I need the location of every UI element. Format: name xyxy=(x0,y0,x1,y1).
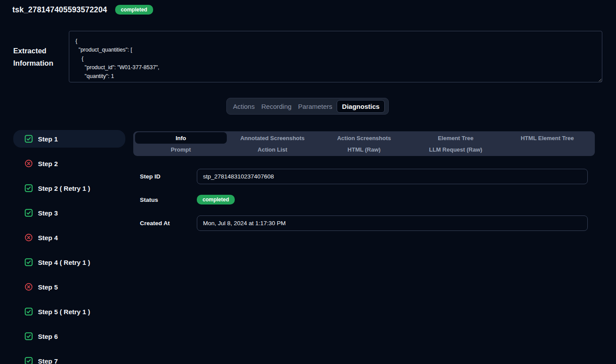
tab-parameters[interactable]: Parameters xyxy=(296,100,335,113)
step-label: Step 4 xyxy=(38,234,58,241)
sub-tab-element-tree[interactable]: Element Tree xyxy=(410,132,502,144)
step-label: Step 3 xyxy=(38,209,58,217)
error-circle-icon xyxy=(25,234,33,241)
extracted-information-textarea[interactable]: { "product_quantities": [ { "product_id"… xyxy=(69,31,602,82)
created-at-label: Created At xyxy=(140,220,170,227)
error-circle-icon xyxy=(25,160,33,167)
step-item-step-5[interactable]: Step 5 xyxy=(13,278,125,296)
step-item-step-2-retry-1[interactable]: Step 2 ( Retry 1 ) xyxy=(13,179,125,197)
step-item-step-6[interactable]: Step 6 xyxy=(13,327,125,345)
step-label: Step 4 ( Retry 1 ) xyxy=(38,259,90,266)
sub-tab-llm-request-raw[interactable]: LLM Request (Raw) xyxy=(410,144,502,155)
check-square-icon xyxy=(25,308,33,316)
step-label: Step 2 ( Retry 1 ) xyxy=(38,185,90,192)
extracted-label-line2: Information xyxy=(13,57,53,69)
tab-recording[interactable]: Recording xyxy=(259,100,293,113)
created-at-input[interactable] xyxy=(197,215,588,231)
step-label: Step 1 xyxy=(38,135,58,143)
extracted-label-line1: Extracted xyxy=(13,45,53,57)
step-label: Step 5 xyxy=(38,283,58,291)
task-status-badge: completed xyxy=(115,5,153,15)
check-square-icon xyxy=(25,357,33,364)
main-tab-bar: ActionsRecordingParametersDiagnostics xyxy=(226,98,389,115)
step-item-step-7[interactable]: Step 7 xyxy=(13,352,125,364)
extracted-information-label: Extracted Information xyxy=(13,45,53,69)
sub-tab-html-raw[interactable]: HTML (Raw) xyxy=(318,144,410,155)
sub-tab-action-screenshots[interactable]: Action Screenshots xyxy=(318,132,410,144)
step-item-step-5-retry-1[interactable]: Step 5 ( Retry 1 ) xyxy=(13,303,125,320)
sub-tab-prompt[interactable]: Prompt xyxy=(135,144,227,155)
page-header: tsk_278147405593572204 completed xyxy=(12,5,153,15)
sub-tab-action-list[interactable]: Action List xyxy=(227,144,319,155)
check-square-icon xyxy=(25,184,33,192)
check-square-icon xyxy=(25,332,33,340)
step-label: Step 6 xyxy=(38,333,58,340)
error-circle-icon xyxy=(25,283,33,291)
check-square-icon xyxy=(25,135,33,143)
step-status-badge: completed xyxy=(197,195,235,204)
step-label: Step 5 ( Retry 1 ) xyxy=(38,308,90,316)
step-label: Step 7 xyxy=(38,357,58,364)
step-item-step-1[interactable]: Step 1 xyxy=(13,130,125,148)
tab-actions[interactable]: Actions xyxy=(231,100,257,113)
step-item-step-3[interactable]: Step 3 xyxy=(13,204,125,222)
check-square-icon xyxy=(25,258,33,266)
step-id-input[interactable] xyxy=(197,169,588,184)
step-id-label: Step ID xyxy=(140,173,161,180)
sub-tab-bar: InfoAnnotated ScreenshotsAction Screensh… xyxy=(133,131,595,156)
status-label: Status xyxy=(140,197,158,203)
step-item-step-4-retry-1[interactable]: Step 4 ( Retry 1 ) xyxy=(13,253,125,271)
sub-tab-html-element-tree[interactable]: HTML Element Tree xyxy=(501,132,593,144)
tab-diagnostics[interactable]: Diagnostics xyxy=(337,100,385,113)
sub-tab-annotated-screenshots[interactable]: Annotated Screenshots xyxy=(227,132,319,144)
check-square-icon xyxy=(25,209,33,217)
task-id-title: tsk_278147405593572204 xyxy=(12,5,107,15)
step-item-step-2[interactable]: Step 2 xyxy=(13,155,125,172)
sub-tab-info[interactable]: Info xyxy=(135,132,227,144)
step-list: Step 1Step 2Step 2 ( Retry 1 )Step 3Step… xyxy=(13,130,125,364)
step-item-step-4[interactable]: Step 4 xyxy=(13,229,125,246)
step-label: Step 2 xyxy=(38,160,58,167)
